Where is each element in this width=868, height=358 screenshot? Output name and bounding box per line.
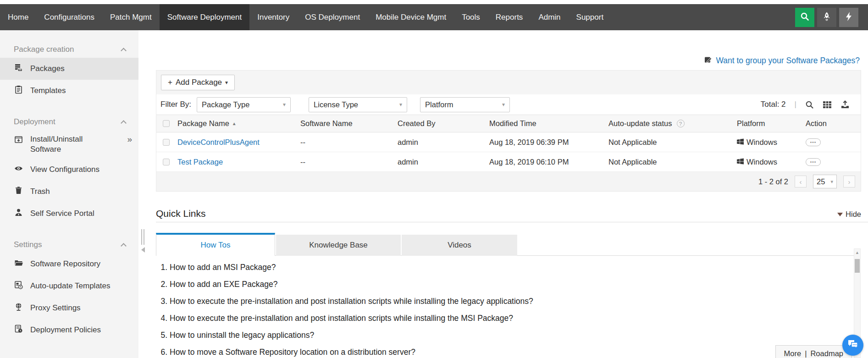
nav-item-patch-mgmt[interactable]: Patch Mgmt — [102, 4, 160, 30]
tab-knowledge-base[interactable]: Knowledge Base — [276, 235, 401, 256]
roadmap-link[interactable]: Roadmap — [810, 349, 843, 358]
scrollbar-thumb[interactable] — [855, 259, 860, 273]
rocket-icon — [822, 11, 832, 23]
select-all-checkbox[interactable] — [163, 120, 170, 127]
total-count: Total: 2 — [761, 100, 786, 109]
column-header-software-name[interactable]: Software Name — [300, 119, 398, 128]
license-type-select[interactable]: License Type ▾ — [309, 97, 407, 112]
nav-item-support[interactable]: Support — [569, 4, 612, 30]
sidebar-item-install-uninstall-software[interactable]: Install/Uninstall Software » — [0, 130, 138, 159]
double-chevron-icon[interactable]: » — [127, 130, 132, 144]
nav-item-tools[interactable]: Tools — [454, 4, 488, 30]
sidebar-item-trash[interactable]: Trash — [0, 181, 138, 203]
column-header-modified-time[interactable]: Modified Time — [489, 119, 608, 128]
sidebar-item-deployment-policies[interactable]: Deployment Policies — [0, 319, 138, 341]
nav-item-mobile-device-mgmt[interactable]: Mobile Device Mgmt — [368, 4, 454, 30]
platform-cell: Windows — [737, 158, 806, 166]
select-value: Platform — [425, 100, 453, 109]
how-to-link[interactable]: How to uninstall the legacy applications… — [170, 330, 840, 341]
nav-item-home[interactable]: Home — [0, 4, 36, 30]
platform-select[interactable]: Platform ▾ — [420, 97, 510, 112]
software-name-cell: -- — [300, 138, 398, 147]
collapse-left-icon[interactable] — [141, 247, 145, 253]
sidebar-item-software-repository[interactable]: Software Repository — [0, 253, 138, 275]
how-to-link[interactable]: How to move a Software Repository locati… — [170, 347, 840, 358]
sidebar-item-proxy-settings[interactable]: Proxy Settings — [0, 297, 138, 319]
caret-down-icon: ▾ — [283, 101, 286, 108]
windows-icon — [737, 158, 744, 166]
main-content: Want to group your Software Packages? + … — [138, 30, 868, 358]
package-name-link[interactable]: Test Package — [177, 158, 223, 166]
tab-how-tos[interactable]: How Tos — [156, 233, 275, 256]
column-chooser-icon[interactable] — [823, 101, 832, 109]
modified-time-cell: Aug 18, 2019 06:10 PM — [489, 158, 608, 166]
filter-by-label: Filter By: — [160, 100, 191, 109]
row-actions-button[interactable]: ••• — [806, 138, 821, 146]
eye-icon — [14, 164, 23, 176]
how-to-link[interactable]: How to execute the pre-installation and … — [170, 313, 840, 324]
how-tos-list: How to add an MSI Package? How to add an… — [160, 262, 840, 358]
sidebar-item-view-configurations[interactable]: View Configurations — [0, 159, 138, 181]
sidebar-section-deployment[interactable]: Deployment — [0, 114, 138, 130]
row-checkbox[interactable] — [163, 139, 170, 146]
collapse-chevron-icon[interactable] — [121, 243, 127, 249]
column-label: Modified Time — [489, 119, 536, 128]
row-actions-button[interactable]: ••• — [806, 158, 821, 166]
sidebar-item-packages[interactable]: Packages — [0, 58, 138, 80]
nav-item-configurations[interactable]: Configurations — [36, 4, 102, 30]
plus-icon: + — [168, 78, 172, 87]
sidebar-item-auto-update-templates[interactable]: Auto-update Templates — [0, 275, 138, 297]
panel-resize-handle[interactable] — [141, 229, 144, 245]
trash-icon — [14, 186, 23, 198]
caret-down-icon: ▾ — [502, 101, 505, 108]
sidebar-item-self-service-portal[interactable]: Self Service Portal — [0, 203, 138, 225]
templates-icon — [14, 85, 23, 97]
pagination-range: 1 - 2 of 2 — [758, 177, 788, 186]
column-header-platform[interactable]: Platform — [737, 119, 806, 128]
sidebar-item-templates[interactable]: Templates — [0, 80, 138, 102]
nav-item-inventory[interactable]: Inventory — [249, 4, 297, 30]
next-page-button[interactable]: › — [843, 176, 855, 187]
nav-item-admin[interactable]: Admin — [531, 4, 568, 30]
package-type-select[interactable]: Package Type ▾ — [197, 97, 291, 112]
add-package-button[interactable]: + Add Package ▾ — [161, 75, 235, 90]
how-to-link[interactable]: How to add an MSI Package? — [170, 262, 840, 273]
previous-page-button[interactable]: ‹ — [795, 176, 807, 187]
quick-links-section: Quick Links Hide How Tos Knowledge Base … — [138, 207, 868, 358]
nav-item-reports[interactable]: Reports — [488, 4, 531, 30]
how-to-link[interactable]: How to add an EXE Package? — [170, 279, 840, 290]
sidebar-section-settings[interactable]: Settings — [0, 237, 138, 253]
column-header-package-name[interactable]: Package Name ▲ — [177, 119, 300, 128]
export-icon[interactable] — [840, 100, 850, 109]
chat-button[interactable] — [842, 335, 863, 356]
row-checkbox[interactable] — [163, 159, 170, 165]
sidebar-item-label: Packages — [30, 64, 65, 74]
quick-actions-button[interactable] — [839, 8, 858, 27]
group-packages-link[interactable]: Want to group your Software Packages? — [704, 55, 860, 66]
search-list-icon[interactable] — [805, 100, 814, 109]
nav-item-software-deployment[interactable]: Software Deployment — [160, 4, 250, 30]
page-size-select[interactable]: 25 ▾ — [813, 175, 837, 188]
sidebar-section-package-creation[interactable]: Package creation — [0, 41, 138, 58]
scroll-up-icon[interactable]: ▲ — [855, 249, 859, 256]
platform-label: Windows — [746, 138, 777, 147]
top-nav: Home Configurations Patch Mgmt Software … — [0, 4, 868, 30]
more-link[interactable]: More — [784, 349, 802, 358]
hide-quick-links-button[interactable]: Hide — [837, 210, 861, 219]
help-icon[interactable]: ? — [677, 120, 685, 127]
collapse-chevron-icon[interactable] — [121, 48, 127, 54]
package-name-link[interactable]: DeviceControlPlusAgent — [177, 138, 260, 147]
sidebar-item-label: Templates — [30, 86, 66, 96]
tab-videos[interactable]: Videos — [402, 235, 517, 256]
column-header-auto-update-status[interactable]: Auto-update status ? — [608, 119, 737, 128]
sidebar-spacer — [0, 225, 138, 237]
column-header-created-by[interactable]: Created By — [398, 119, 489, 128]
getting-started-button[interactable] — [817, 8, 836, 27]
select-value: Package Type — [202, 100, 249, 109]
sidebar-item-label: Proxy Settings — [30, 303, 81, 313]
how-to-link[interactable]: How to execute the pre-installation and … — [170, 296, 840, 307]
collapse-chevron-icon[interactable] — [121, 120, 127, 126]
nav-item-os-deployment[interactable]: OS Deployment — [297, 4, 368, 30]
table-row: Test Package -- admin Aug 18, 2019 06:10… — [156, 152, 861, 172]
search-button[interactable] — [795, 8, 814, 27]
